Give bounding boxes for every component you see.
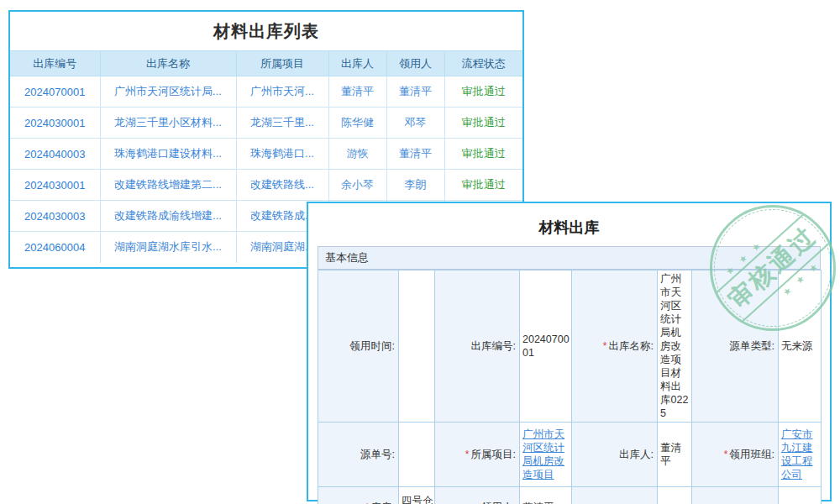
cell-outbound-name[interactable]: 改建铁路线增建第二... [100, 170, 236, 201]
status-badge: 审批通过 [444, 108, 522, 139]
outbound-name-label-text: 出库名称: [609, 340, 654, 352]
cell-outbound-id[interactable]: 2024030001 [10, 170, 100, 201]
warehouse-label: *库房: [318, 487, 399, 504]
requisition-time-label: 领用时间: [318, 270, 399, 423]
material-outbound-detail-panel: 材料出库 基本信息 领用时间: 出库编号: 2024070001 *出库名称: … [307, 202, 832, 501]
empty-label-cell [692, 487, 779, 504]
issuer-label: 出库人: [572, 423, 658, 487]
cell-project: 珠海鹤港口... [236, 139, 328, 170]
cell-issuer: 余小琴 [328, 170, 386, 201]
table-row[interactable]: 2024030001 改建铁路线增建第二... 改建铁路线... 余小琴 李朗 … [10, 170, 522, 201]
table-row[interactable]: 2024040003 珠海鹤港口建设材料... 珠海鹤港口... 游恢 董清平 … [10, 139, 522, 170]
cell-outbound-id[interactable]: 2024030001 [10, 108, 100, 139]
list-panel-title: 材料出库列表 [10, 12, 522, 50]
cell-issuer: 董清平 [328, 76, 386, 108]
cell-outbound-id[interactable]: 2024070001 [10, 76, 100, 108]
detail-form-table: 领用时间: 出库编号: 2024070001 *出库名称: 广州市天河区统计局机… [318, 270, 822, 504]
outbound-name-value: 广州市天河区统计局机房改造项目材料出库0225 [658, 270, 692, 423]
col-header-project: 所属项目 [236, 51, 328, 76]
project-link[interactable]: 广州市天河区统计局机房改造项目 [522, 428, 564, 480]
list-header-row: 出库编号 出库名称 所属项目 出库人 领用人 流程状态 [10, 51, 522, 76]
table-row[interactable]: 2024030001 龙湖三千里小区材料... 龙湖三千里... 陈华健 邓琴 … [10, 108, 522, 139]
source-type-value: 无来源 [779, 270, 822, 423]
cell-outbound-name[interactable]: 改建铁路成渝线增建... [100, 201, 236, 232]
cell-outbound-name[interactable]: 珠海鹤港口建设材料... [100, 139, 236, 170]
cell-outbound-id[interactable]: 2024030003 [10, 201, 100, 232]
warehouse-value: 四号仓库 [399, 487, 435, 504]
status-badge: 审批通过 [444, 170, 522, 201]
form-row-2: 源单号: *所属项目: 广州市天河区统计局机房改造项目 出库人: 董清平 *领用… [318, 423, 822, 487]
basic-info-section-header: 基本信息 [318, 246, 821, 270]
col-header-status: 流程状态 [444, 51, 522, 76]
source-no-value [399, 423, 435, 487]
cell-project: 改建铁路线... [236, 170, 328, 201]
outbound-no-label: 出库编号: [435, 270, 520, 423]
project-label: *所属项目: [435, 423, 520, 487]
required-marker: * [465, 449, 470, 460]
team-value: 广安市九江建设工程公司 [779, 423, 822, 487]
source-no-label: 源单号: [318, 423, 399, 487]
cell-receiver: 邓琴 [386, 108, 444, 139]
status-badge: 审批通过 [444, 139, 522, 170]
project-label-text: 所属项目: [471, 449, 516, 460]
outbound-name-label: *出库名称: [572, 270, 658, 423]
status-badge: 审批通过 [444, 76, 522, 108]
table-row[interactable]: 2024070001 广州市天河区统计局... 广州市天河... 董清平 董清平… [10, 76, 522, 108]
team-label-text: 领用班组: [730, 449, 774, 460]
cell-outbound-name[interactable]: 广州市天河区统计局... [100, 76, 236, 108]
col-header-outbound-id: 出库编号 [10, 51, 100, 76]
cell-receiver: 董清平 [386, 76, 444, 108]
receiver-value: 董清平 [520, 487, 572, 504]
cell-outbound-id[interactable]: 2024060004 [10, 232, 100, 263]
cell-project: 广州市天河... [236, 76, 328, 108]
outbound-no-value: 2024070001 [520, 270, 572, 423]
team-link[interactable]: 广安市九江建设工程公司 [781, 428, 813, 480]
project-value: 广州市天河区统计局机房改造项目 [520, 423, 572, 487]
detail-panel-title: 材料出库 [308, 215, 830, 240]
col-header-receiver: 领用人 [386, 51, 444, 76]
empty-value-cell [658, 487, 692, 504]
issuer-value: 董清平 [658, 423, 692, 487]
empty-label-cell [572, 487, 658, 504]
empty-value-cell [779, 487, 822, 504]
cell-issuer: 游恢 [328, 139, 386, 170]
form-row-3: *库房: 四号仓库 领用人: 董清平 [318, 487, 822, 504]
requisition-time-value [399, 270, 435, 423]
receiver-label: 领用人: [435, 487, 520, 504]
required-marker: * [603, 340, 607, 352]
col-header-outbound-name: 出库名称 [100, 51, 236, 76]
required-marker: * [724, 449, 728, 460]
cell-issuer: 陈华健 [328, 108, 386, 139]
cell-outbound-name[interactable]: 湖南洞庭湖水库引水... [100, 232, 236, 263]
cell-receiver: 董清平 [386, 139, 444, 170]
cell-project: 龙湖三千里... [236, 108, 328, 139]
form-row-1: 领用时间: 出库编号: 2024070001 *出库名称: 广州市天河区统计局机… [318, 270, 822, 423]
cell-outbound-name[interactable]: 龙湖三千里小区材料... [100, 108, 236, 139]
col-header-issuer: 出库人 [328, 51, 386, 76]
team-label: *领用班组: [692, 423, 779, 487]
cell-outbound-id[interactable]: 2024040003 [10, 139, 100, 170]
source-type-label: 源单类型: [692, 270, 779, 423]
cell-receiver: 李朗 [386, 170, 444, 201]
